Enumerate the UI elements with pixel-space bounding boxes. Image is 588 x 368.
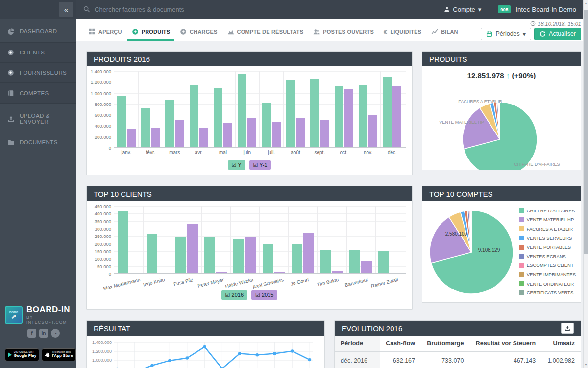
legend-item-facures-a-etablir[interactable]: FACURES A ETABLIR — [519, 224, 576, 234]
clock-icon — [530, 21, 536, 26]
sidebar-collapse-button[interactable]: « — [59, 2, 74, 17]
legend-swatch — [519, 245, 524, 250]
legend-item-chiffre-d-affaires[interactable]: CHIFFRE D'AFFAIRES — [519, 206, 576, 215]
play-bottom-text: Google Play — [14, 354, 36, 358]
column-header-cash-flow: Cash-flow — [380, 336, 421, 352]
sidebar-header: « — [0, 0, 76, 19]
gridline — [230, 206, 231, 273]
up-arrow-icon: ↑ — [506, 71, 510, 79]
legend-item-ventes-ecrans[interactable]: VENTES ECRANS — [519, 252, 576, 261]
panel-produits-2016: PRODUITS 2016 0200.000400.000600.000800.… — [86, 51, 413, 175]
bar-Y-mai — [214, 88, 222, 147]
scroll-up-arrow[interactable]: ▲ — [584, 2, 588, 5]
bar-Y-août — [286, 80, 295, 148]
sidebar-item-fournisseurs[interactable]: FOURNISSEURS — [0, 63, 76, 83]
x-tick-label: Barverkauf — [344, 277, 369, 288]
gridline — [114, 251, 406, 252]
x-axis: janv.févr.marsavr.maijuinjuil.aoûtsept.o… — [91, 148, 406, 157]
sidebar-item-documents[interactable]: DOCUMENTS — [0, 131, 76, 154]
legend-item-certificats-verts[interactable]: CERTIFICATS VERTS — [519, 288, 576, 297]
produits-2016-bar-chart[interactable]: 0200.000400.000600.000800.0001.000.0001.… — [87, 71, 412, 170]
periods-button[interactable]: Périodes ▾ — [481, 28, 531, 40]
sidebar-item-label: COMPTES — [20, 90, 49, 96]
comptes-legend: CHIFFRE D'AFFAIRESVENTE MATERIEL HPFACUR… — [519, 206, 576, 297]
produits-pie-chart[interactable]: FACURES A ETABLIRVENTE MATERIEL HPCHIFFR… — [422, 79, 581, 170]
bar-Y-1-nov. — [368, 115, 377, 147]
bar-Y-1-sept. — [320, 120, 329, 147]
gridline — [308, 71, 308, 147]
tab-charges[interactable]: CHARGES — [175, 19, 221, 41]
scrollbar-thumb[interactable] — [584, 10, 588, 254]
bar-2015-Axel Schweiss — [274, 272, 285, 273]
f-icon[interactable]: f — [27, 329, 36, 338]
legend-swatch — [519, 263, 524, 268]
chart-legend: ☑ Y☑ Y-1 — [87, 160, 412, 170]
sidebar-item-upload-envoyer[interactable]: UPLOAD & ENVOYER — [0, 107, 76, 130]
bar-2015-Jo Gourt — [303, 233, 314, 273]
data-point — [256, 353, 259, 356]
legend-label: FACURES A ETABLIR — [527, 226, 573, 232]
top10-clients-bar-chart[interactable]: 050.000100.000150.000200.000250.000300.0… — [87, 206, 412, 300]
sidebar-item-comptes[interactable]: COMPTES — [0, 83, 76, 103]
table-body: déc. 2016632.167733.070467.1431.002.982n… — [335, 352, 581, 368]
table-header-row: PériodeCash-flowBruttomargeResultat vor … — [335, 336, 581, 352]
legend-item-vente-ordinateur[interactable]: VENTE ORDINATEUR — [519, 279, 576, 289]
account-menu[interactable]: Compte ▾ — [444, 6, 481, 13]
caret-down-icon: ▾ — [523, 30, 526, 38]
column-header-p-riode: Période — [335, 336, 380, 352]
refresh-label: Actualiser — [549, 30, 576, 37]
resultat-line-chart[interactable]: 0200.000400.000600.000800.0001.000.0001.… — [87, 339, 324, 368]
bar-Y-juin — [238, 74, 246, 147]
app-store-badge[interactable]: Télécharger dans l'App Store — [42, 348, 75, 361]
refresh-icon — [539, 31, 546, 37]
bar-Y-févr. — [141, 108, 150, 147]
tab-liquidités[interactable]: €LIQUIDITÉS — [379, 19, 426, 41]
bar-Y-1-déc. — [392, 86, 401, 147]
chart-legend: ☑ 2016☑ 2015 — [87, 290, 412, 300]
legend-toggle-2015[interactable]: ☑ 2015 — [251, 290, 277, 300]
legend-label: CERTIFICATS VERTS — [527, 290, 574, 295]
tab-produits[interactable]: PRODUITS — [127, 19, 174, 41]
tab-compte-de-résultats[interactable]: COMPTE DE RÉSULTATS — [223, 19, 308, 41]
bar-2016-Tim Buktu — [320, 250, 331, 273]
legend-toggle-Y-1[interactable]: ☑ Y-1 — [249, 160, 271, 170]
scroll-down-arrow[interactable]: ▼ — [584, 363, 588, 366]
legend-item-vente-imprimantes[interactable]: VENTE IMPRIMANTES — [519, 270, 576, 279]
tab-label: PRODUITS — [142, 29, 170, 35]
bar-Y-juil. — [262, 103, 271, 147]
tab-bilan[interactable]: BILAN — [427, 19, 463, 41]
sidebar-item-clients[interactable]: CLIENTS — [0, 43, 76, 63]
legend-toggle-Y[interactable]: ☑ Y — [228, 160, 245, 170]
legend-item-vente-materiel-hp[interactable]: VENTE MATERIEL HP — [519, 215, 576, 225]
bar-2015-Peter Meyer — [216, 272, 227, 273]
legend-toggle-2016[interactable]: ☑ 2016 — [221, 290, 247, 300]
gridline — [143, 206, 144, 273]
tab-postes-ouverts[interactable]: POSTES OUVERTS — [309, 19, 378, 41]
sidebar-group: CLIENTSFOURNISSEURSCOMPTES — [0, 42, 76, 104]
x-tick-label: nov. — [364, 150, 372, 155]
pie-label: VENTE MATERIEL HP — [439, 120, 484, 125]
bar-Y-1-mars — [175, 120, 184, 147]
play-triangle-icon — [8, 352, 12, 357]
tenant-badge: 905 — [498, 5, 511, 13]
periods-label: Périodes — [495, 30, 519, 37]
top10-comptes-pie-chart[interactable]: 2.580.1009.108.129CHIFFRE D'AFFAIRESVENT… — [422, 201, 581, 302]
refresh-button[interactable]: Actualiser — [534, 28, 581, 40]
legend-item-escomptes-client[interactable]: ESCOMPTES CLIENT — [519, 261, 576, 270]
pie-chart-icon — [7, 27, 15, 35]
panel-title: TOP 10 COMPTES — [429, 190, 493, 198]
sidebar-item-dashboard[interactable]: DASHBOARD — [0, 21, 76, 42]
google-play-badge[interactable]: DISPONIBLE SUR Google Play — [5, 348, 39, 361]
legend-item-vente-portables[interactable]: VENTE PORTABLES — [519, 242, 576, 252]
scrollbar[interactable]: ▲ ▼ — [583, 0, 588, 368]
legend-item-ventes-serveurs[interactable]: VENTES SERVEURS — [519, 234, 576, 243]
download-button[interactable] — [561, 323, 574, 334]
search-input[interactable] — [95, 6, 251, 13]
globe-icon[interactable]: ◔ — [51, 329, 60, 338]
tab-aperçu[interactable]: APERÇU — [84, 19, 126, 41]
legend-label: VENTE ORDINATEUR — [527, 281, 574, 287]
in-icon[interactable]: in — [39, 329, 48, 338]
legend-label: VENTE PORTABLES — [527, 244, 571, 250]
panel-evolution: EVOLUTION 2016 PériodeCash-flowBruttomar… — [334, 320, 581, 368]
sidebar-footer: board⇗ BOARD-IN BY INTECSOFT.COM fin◔ DI… — [0, 300, 76, 368]
